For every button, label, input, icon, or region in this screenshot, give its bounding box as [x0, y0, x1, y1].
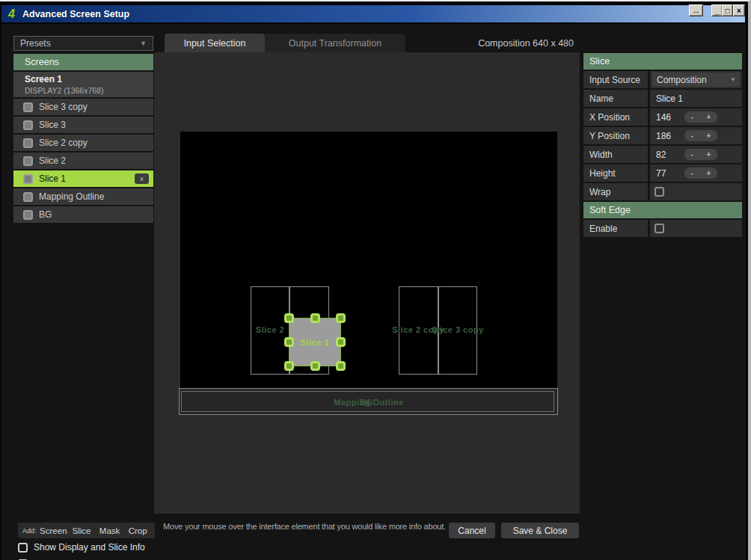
- slice-handle-n[interactable]: [310, 313, 320, 323]
- composition-area[interactable]: Slice 2 Slice 3 Slice 2 copy Slice 3 cop…: [180, 132, 557, 388]
- titlebar: 4 Advanced Screen Setup: [1, 5, 745, 22]
- presets-label: Presets: [20, 38, 51, 49]
- canvas-mapping-outline[interactable]: Mapping Outline BG: [179, 388, 558, 415]
- delete-slice-button[interactable]: x: [135, 173, 149, 184]
- tab-bar: Input Selection Output Transformation Co…: [154, 34, 580, 52]
- show-display-info-option[interactable]: Show Display and Slice Info: [18, 542, 145, 553]
- slice-handle-e[interactable]: [336, 337, 346, 347]
- y-position-stepper[interactable]: - +: [684, 130, 717, 141]
- sidebar-item-slice3[interactable]: Slice 3: [13, 117, 153, 133]
- y-position-row: Y Position 186 - +: [583, 127, 742, 144]
- height-row: Height 77 - +: [583, 164, 742, 182]
- add-slice-button[interactable]: Slice: [67, 526, 96, 535]
- cancel-button[interactable]: Cancel: [449, 523, 495, 538]
- height-stepper[interactable]: - +: [684, 167, 717, 179]
- name-row: Name Slice 1: [583, 90, 742, 107]
- x-position-stepper[interactable]: - +: [684, 111, 717, 123]
- slice-thumbnail-icon: [23, 102, 33, 112]
- increment-button[interactable]: +: [706, 130, 711, 141]
- slice-handle-s[interactable]: [310, 361, 320, 371]
- sidebar-item-label: Slice 2: [39, 156, 66, 166]
- input-source-row: Input Source Composition ▼: [583, 71, 742, 88]
- width-stepper[interactable]: - +: [684, 149, 717, 160]
- status-hint-text: Move your mouse over the interface eleme…: [163, 522, 446, 531]
- slice-handle-w[interactable]: [284, 337, 294, 347]
- increment-button[interactable]: +: [706, 149, 711, 160]
- width-label: Width: [583, 146, 648, 163]
- dialog-body: Presets ▼ Screens Screen 1 DISPLAY2 (136…: [1, 24, 746, 560]
- slice-thumbnail-icon: [23, 192, 33, 202]
- sidebar-item-slice1-selected[interactable]: Slice 1 x: [13, 170, 153, 187]
- wrap-checkbox[interactable]: [655, 187, 664, 197]
- screen-name: Screen 1: [25, 74, 153, 84]
- name-field[interactable]: Slice 1: [650, 93, 683, 104]
- app-icon: 4: [5, 7, 18, 20]
- input-source-label: Input Source: [583, 71, 648, 88]
- soft-edge-section-header: Soft Edge: [583, 202, 742, 218]
- tab-output-transformation[interactable]: Output Transformation: [265, 34, 405, 52]
- slice-thumbnail-icon: [23, 156, 33, 166]
- screen-list-item[interactable]: Screen 1 DISPLAY2 (1366x768): [13, 72, 153, 97]
- chevron-down-icon: ▼: [730, 76, 736, 83]
- soft-edge-enable-checkbox[interactable]: [655, 224, 664, 233]
- maximize-button[interactable]: □: [722, 4, 733, 16]
- canvas-slice-3-copy-label: Slice 3 copy: [432, 325, 484, 334]
- y-position-field[interactable]: 186: [650, 131, 671, 141]
- restore-size-button[interactable]: ↔: [689, 4, 703, 16]
- wrap-row: Wrap: [583, 183, 742, 200]
- x-position-field[interactable]: 146: [650, 112, 671, 123]
- slice-handle-se[interactable]: [336, 361, 346, 371]
- slice-thumbnail-icon: [23, 210, 33, 220]
- tab-input-selection[interactable]: Input Selection: [165, 34, 265, 52]
- sidebar-item-label: Slice 3 copy: [39, 102, 88, 112]
- x-position-label: X Position: [583, 108, 648, 126]
- sidebar-item-slice2copy[interactable]: Slice 2 copy: [13, 135, 153, 151]
- chevron-down-icon: ▼: [140, 40, 147, 47]
- wrap-label: Wrap: [583, 183, 648, 200]
- window-frame: 4 Advanced Screen Setup ↔ _ □ × Presets …: [0, 0, 751, 560]
- input-source-value: Composition: [657, 75, 707, 85]
- presets-dropdown[interactable]: Presets ▼: [13, 36, 153, 51]
- add-toolbar: Add: Screen Slice Mask Crop: [18, 523, 155, 538]
- sidebar-item-label: Slice 1: [39, 173, 66, 184]
- sidebar-item-slice2[interactable]: Slice 2: [13, 153, 153, 169]
- minimize-button[interactable]: _: [711, 4, 723, 16]
- close-button[interactable]: ×: [733, 4, 745, 16]
- decrement-button[interactable]: -: [691, 149, 693, 160]
- window-title: Advanced Screen Setup: [22, 9, 129, 19]
- increment-button[interactable]: +: [706, 111, 711, 123]
- height-field[interactable]: 77: [650, 168, 666, 179]
- sidebar-item-bg[interactable]: BG: [13, 206, 153, 223]
- add-mask-button[interactable]: Mask: [96, 526, 124, 535]
- slice-handle-ne[interactable]: [336, 313, 346, 323]
- slice-thumbnail-icon: [23, 138, 33, 148]
- sidebar-item-label: BG: [39, 209, 52, 220]
- input-source-dropdown[interactable]: Composition ▼: [652, 73, 740, 87]
- slice-handle-nw[interactable]: [284, 313, 294, 323]
- width-field[interactable]: 82: [650, 150, 666, 160]
- canvas-slice-2-label: Slice 2: [256, 325, 284, 334]
- slice-handle-sw[interactable]: [284, 361, 294, 371]
- slice-section-header: Slice: [583, 53, 742, 70]
- canvas-panel: Slice 2 Slice 3 Slice 2 copy Slice 3 cop…: [154, 52, 580, 514]
- sidebar-item-slice3copy[interactable]: Slice 3 copy: [13, 99, 153, 115]
- composition-size-label: Composition 640 x 480: [478, 34, 574, 52]
- y-position-label: Y Position: [583, 127, 648, 144]
- increment-button[interactable]: +: [706, 167, 711, 179]
- decrement-button[interactable]: -: [691, 111, 693, 123]
- canvas-slice-1-selected[interactable]: Slice 1: [289, 318, 341, 366]
- canvas-bg-label: BG: [360, 398, 373, 407]
- sidebar-item-label: Mapping Outline: [39, 191, 104, 202]
- screen-display-info: DISPLAY2 (1366x768): [25, 86, 153, 95]
- add-screen-button[interactable]: Screen: [40, 526, 68, 535]
- save-close-button[interactable]: Save & Close: [501, 523, 579, 538]
- height-label: Height: [583, 164, 648, 182]
- sidebar-item-mapping-outline[interactable]: Mapping Outline: [13, 188, 153, 205]
- decrement-button[interactable]: -: [691, 130, 693, 141]
- sidebar-item-label: Slice 3: [39, 120, 66, 130]
- sidebar-item-label: Slice 2 copy: [39, 138, 88, 148]
- decrement-button[interactable]: -: [691, 167, 693, 179]
- properties-panel: Slice Input Source Composition ▼ Name Sl…: [583, 53, 742, 239]
- add-crop-button[interactable]: Crop: [123, 526, 152, 535]
- checkbox-icon[interactable]: [18, 543, 28, 553]
